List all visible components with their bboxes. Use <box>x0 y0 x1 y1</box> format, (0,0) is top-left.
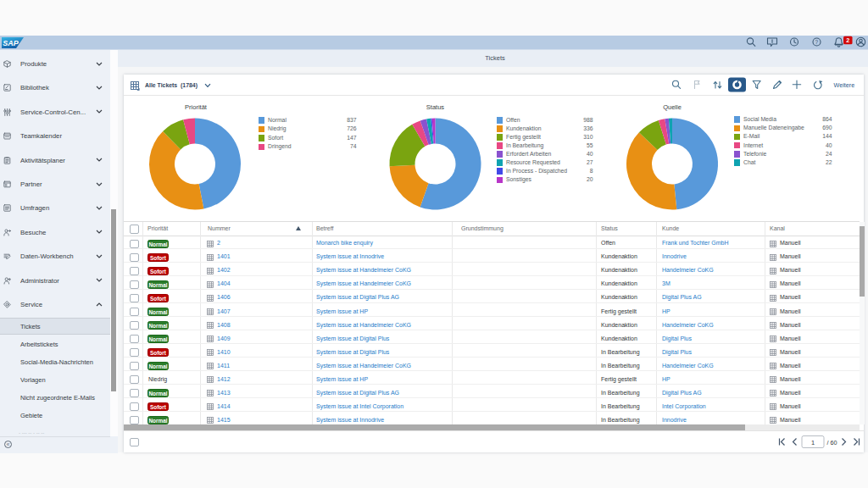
svg-text:2: 2 <box>846 36 849 44</box>
svg-text:1: 1 <box>811 439 815 446</box>
svg-text:/ 60: / 60 <box>827 439 837 446</box>
svg-text:Weitere: Weitere <box>834 81 855 89</box>
svg-text:SAP: SAP <box>3 39 19 47</box>
svg-text:?: ? <box>815 39 818 45</box>
